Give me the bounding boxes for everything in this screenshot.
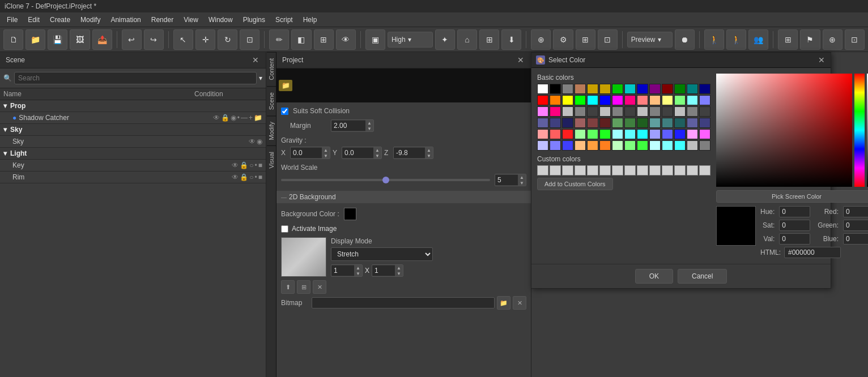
tool2-button[interactable]: ◧ [291, 29, 311, 50]
save2-button[interactable]: ⬇ [501, 29, 521, 50]
sx-down[interactable]: ▼ [354, 271, 362, 276]
menu-script[interactable]: Script [271, 15, 297, 25]
basic-color-cell[interactable] [575, 84, 586, 94]
basic-color-cell[interactable] [687, 118, 698, 128]
basic-color-cell[interactable] [674, 118, 686, 128]
tab-scene[interactable]: Scene [267, 86, 276, 115]
basic-color-cell[interactable] [587, 140, 598, 151]
gx-up[interactable]: ▲ [322, 147, 330, 153]
sy-up[interactable]: ▲ [395, 265, 403, 271]
char-button[interactable]: 🚶 [704, 29, 724, 50]
search-input[interactable] [14, 72, 257, 84]
gy-down[interactable]: ▼ [373, 153, 381, 158]
bitmap-load-icon[interactable]: 📁 [497, 296, 510, 310]
menu-edit[interactable]: Edit [23, 15, 44, 25]
basic-color-cell[interactable] [612, 140, 623, 151]
menu-help[interactable]: Help [299, 15, 322, 25]
ws-up[interactable]: ▲ [518, 174, 526, 180]
basic-color-cell[interactable] [699, 118, 710, 128]
basic-color-cell[interactable] [537, 84, 548, 94]
val-input[interactable] [779, 233, 810, 245]
basic-color-cell[interactable] [575, 95, 586, 105]
bitmap-input[interactable] [312, 297, 495, 309]
menu-modify[interactable]: Modify [76, 15, 105, 25]
gy-up[interactable]: ▲ [373, 147, 381, 153]
tool3-button[interactable]: ⊞ [314, 29, 334, 50]
basic-color-cell[interactable] [649, 95, 661, 105]
basic-color-cell[interactable] [562, 118, 573, 128]
plus-button[interactable]: ⊕ [531, 29, 551, 50]
basic-color-cell[interactable] [637, 84, 648, 94]
custom-color-cell[interactable] [599, 165, 611, 175]
basic-color-cell[interactable] [662, 118, 673, 128]
world-scale-thumb[interactable] [382, 177, 389, 183]
basic-color-cell[interactable] [612, 118, 623, 128]
basic-color-cell[interactable] [537, 129, 548, 139]
mode2-button[interactable]: ⚑ [800, 29, 820, 50]
select-button[interactable]: ↖ [173, 29, 193, 50]
cancel-button[interactable]: Cancel [678, 269, 727, 284]
margin-up[interactable]: ▲ [365, 120, 373, 126]
basic-color-cell[interactable] [550, 118, 561, 128]
margin-down[interactable]: ▼ [365, 126, 373, 131]
basic-color-cell[interactable] [599, 95, 611, 105]
home-button[interactable]: ⌂ [457, 29, 477, 50]
menu-render[interactable]: Render [147, 15, 178, 25]
margin-input[interactable] [331, 121, 365, 131]
basic-color-cell[interactable] [550, 140, 561, 151]
ws-down[interactable]: ▼ [518, 180, 526, 186]
basic-color-cell[interactable] [562, 84, 573, 94]
basic-color-cell[interactable] [599, 106, 611, 117]
scene-close-button[interactable]: ✕ [251, 55, 260, 65]
activate-image-checkbox[interactable] [281, 225, 288, 233]
preview-dropdown[interactable]: Preview ▾ [627, 32, 673, 48]
ok-button[interactable]: OK [635, 269, 673, 284]
basic-color-cell[interactable] [599, 118, 611, 128]
basic-color-cell[interactable] [587, 129, 598, 139]
custom-color-cell[interactable] [699, 165, 710, 175]
basic-color-cell[interactable] [587, 84, 598, 94]
custom-color-cell[interactable] [662, 165, 673, 175]
menu-animation[interactable]: Animation [106, 15, 145, 25]
btn-icon2[interactable]: ⊞ [297, 280, 310, 294]
basic-color-cell[interactable] [624, 118, 636, 128]
camera-nav-button[interactable]: ⊞ [479, 29, 499, 50]
grid-button[interactable]: ⊞ [576, 29, 595, 50]
basic-color-cell[interactable] [687, 140, 698, 151]
basic-color-cell[interactable] [562, 106, 573, 117]
sun-button[interactable]: ✦ [435, 29, 455, 50]
blue-input[interactable] [843, 233, 868, 245]
size-y-input[interactable] [372, 265, 395, 276]
sat-input[interactable] [779, 220, 810, 231]
bg-section-divider[interactable]: — 2D Background [276, 191, 531, 203]
basic-color-cell[interactable] [687, 129, 698, 139]
save-button[interactable]: 💾 [48, 29, 67, 50]
size-x-input[interactable] [331, 265, 354, 276]
btn-icon3[interactable]: ✕ [313, 280, 326, 294]
basic-color-cell[interactable] [624, 95, 636, 105]
basic-color-cell[interactable] [662, 129, 673, 139]
gravity-z-input[interactable] [394, 148, 425, 158]
basic-color-cell[interactable] [599, 84, 611, 94]
basic-color-cell[interactable] [587, 106, 598, 117]
custom-color-cell[interactable] [612, 165, 623, 175]
world-scale-slider[interactable] [281, 179, 490, 181]
basic-color-cell[interactable] [587, 118, 598, 128]
new-button[interactable]: 🗋 [3, 29, 23, 50]
tree-item-key[interactable]: Key 👁 🔒 ○ • ■ [0, 160, 266, 172]
export-button[interactable]: 🖼 [70, 29, 90, 50]
basic-color-cell[interactable] [687, 95, 698, 105]
basic-color-cell[interactable] [624, 129, 636, 139]
basic-color-cell[interactable] [624, 140, 636, 151]
move-button[interactable]: ✛ [195, 29, 215, 50]
basic-color-cell[interactable] [587, 95, 598, 105]
basic-color-cell[interactable] [575, 129, 586, 139]
import-button[interactable]: 📤 [92, 29, 112, 50]
basic-color-cell[interactable] [550, 95, 561, 105]
custom-color-cell[interactable] [562, 165, 573, 175]
sx-up[interactable]: ▲ [354, 265, 362, 271]
basic-color-cell[interactable] [699, 140, 710, 151]
project-close-button[interactable]: ✕ [516, 55, 525, 65]
char3-button[interactable]: 👥 [748, 29, 768, 50]
tab-visual[interactable]: Visual [267, 145, 276, 174]
